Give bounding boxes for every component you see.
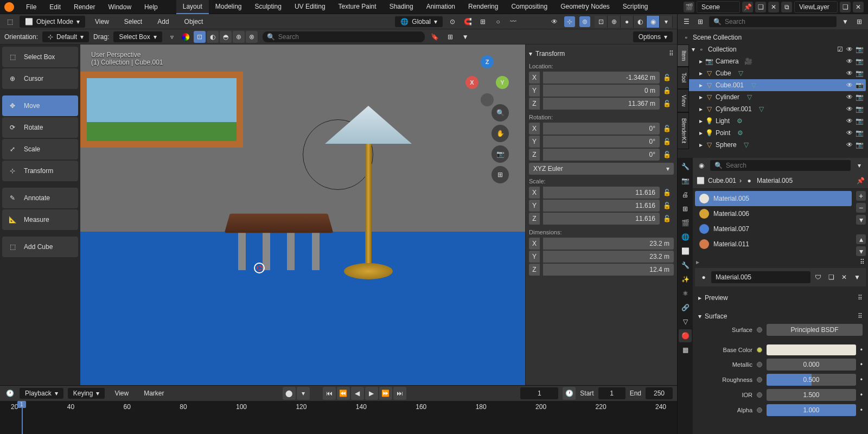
lock-icon[interactable]: 🔓 xyxy=(663,202,674,209)
eye-icon[interactable]: 👁 xyxy=(845,58,854,65)
breadcrumb-obj[interactable]: Cube.001 xyxy=(708,177,736,184)
camera-render-icon[interactable]: 📷 xyxy=(855,58,864,65)
ptab-texture-icon[interactable]: ▦ xyxy=(679,343,692,356)
snap1-icon[interactable]: ⊡ xyxy=(194,31,206,43)
tool-transform[interactable]: ⊹Transform xyxy=(2,161,78,181)
roughness-field[interactable]: 0.500 xyxy=(767,374,856,386)
surface-section[interactable]: ▾Surface⠿ xyxy=(698,310,863,322)
mat-add-icon[interactable]: + xyxy=(856,191,866,201)
ntab-view[interactable]: View xyxy=(677,89,689,113)
ptab-data-icon[interactable]: ▽ xyxy=(679,315,692,328)
filter2-icon[interactable]: ▼ xyxy=(460,31,471,42)
eye-icon[interactable]: 👁 xyxy=(845,93,854,101)
menu-edit[interactable]: Edit xyxy=(44,1,66,13)
end-frame-field[interactable]: 250 xyxy=(646,387,673,399)
scene-new-icon[interactable]: ❏ xyxy=(755,2,766,12)
prop-search[interactable]: 🔍 xyxy=(710,160,851,171)
ntab-item[interactable]: Item xyxy=(677,44,689,67)
ptab-scene-icon[interactable]: 🎬 xyxy=(679,216,692,229)
loc-x-field[interactable]: -1.3462 m xyxy=(543,72,660,84)
header-search[interactable]: 🔍 xyxy=(262,31,425,43)
tool-measure[interactable]: 📐Measure xyxy=(2,209,78,230)
eye-icon[interactable]: 👁 xyxy=(845,46,854,53)
tree-item-cylinder-001[interactable]: ▸▽Cylinder.001▽👁📷 xyxy=(680,103,866,115)
rainbow-icon[interactable] xyxy=(182,33,189,41)
camera-render-icon[interactable]: 📷 xyxy=(855,117,864,125)
tool-select-box[interactable]: ⬚Select Box xyxy=(2,47,78,67)
wireframe-icon[interactable]: ⊕ xyxy=(608,16,621,28)
out-mode-icon[interactable]: ☰ xyxy=(681,16,692,27)
material-slot-3[interactable]: Material.011 xyxy=(695,237,852,252)
prev-key-icon[interactable]: ⏪ xyxy=(337,387,350,400)
vp-menu-object[interactable]: Object xyxy=(179,16,209,28)
checkbox-icon[interactable]: ☑ xyxy=(835,46,844,53)
shade-dropdown-icon[interactable]: ▾ xyxy=(660,16,673,28)
node-socket-icon[interactable] xyxy=(757,347,762,353)
viewport-3d[interactable]: User Perspective (1) Collection | Cube.0… xyxy=(80,44,525,385)
chevron-right-icon[interactable]: ▸ xyxy=(699,141,703,149)
mat-name-input[interactable]: Material.005 xyxy=(711,271,810,283)
xray-icon[interactable]: ⊡ xyxy=(595,16,608,28)
lock-icon[interactable]: 🔓 xyxy=(663,215,674,222)
rendered-icon[interactable]: ◉ xyxy=(647,16,660,28)
eye-icon[interactable]: 👁 xyxy=(845,129,854,137)
filter-icon[interactable]: ▼ xyxy=(840,16,851,27)
outliner-tree[interactable]: ▫ Scene Collection ▾ ▫ Collection ☑👁📷 ▸📷… xyxy=(678,29,868,158)
camera-nav-icon[interactable]: 📷 xyxy=(492,145,509,163)
lock-icon[interactable]: 🔓 xyxy=(663,74,674,81)
nav-gizmo[interactable]: Z X Y xyxy=(465,55,509,99)
camera-render-icon[interactable]: 📷 xyxy=(855,105,864,113)
header-search-input[interactable] xyxy=(278,33,420,41)
ptab-object-icon[interactable]: ⬜ xyxy=(679,245,692,258)
tool-annotate[interactable]: ✎Annotate xyxy=(2,188,78,208)
loc-z-field[interactable]: 11.367 m xyxy=(543,98,660,110)
dot-icon[interactable]: • xyxy=(860,391,863,399)
tool-cursor[interactable]: ⊕Cursor xyxy=(2,68,78,89)
camera-render-icon[interactable]: 📷 xyxy=(855,69,864,77)
grip-icon[interactable]: ⠿ xyxy=(858,312,863,320)
chevron-right-icon[interactable]: ▸ xyxy=(699,81,703,89)
ptab-particle-icon[interactable]: ✨ xyxy=(679,273,692,286)
tree-scene-collection[interactable]: ▫ Scene Collection xyxy=(680,31,866,43)
pivot-icon[interactable]: ⊙ xyxy=(447,16,458,27)
timeline-track[interactable]: 20 40 60 80 100 120 140 160 180 200 220 … xyxy=(0,401,677,434)
tool-scale[interactable]: ⤢Scale xyxy=(2,139,78,159)
timeline-cursor[interactable] xyxy=(22,401,23,434)
eye-icon[interactable]: 👁 xyxy=(845,141,854,149)
options-dropdown[interactable]: Options ▾ xyxy=(633,31,673,42)
node-socket-icon[interactable] xyxy=(757,327,762,333)
overlays-icon[interactable]: ⊚ xyxy=(579,16,590,27)
solid-icon[interactable]: ● xyxy=(621,16,634,28)
scale-z-field[interactable]: 11.616 xyxy=(543,213,660,225)
tool-rotate[interactable]: ⟳Rotate xyxy=(2,117,78,138)
tool-add-cube[interactable]: ⬚Add Cube xyxy=(2,237,78,257)
ws-scripting[interactable]: Scripting xyxy=(616,0,655,14)
viewlayer-delete-icon[interactable]: ✕ xyxy=(853,2,864,12)
tree-item-sphere[interactable]: ▸▽Sphere▽👁📷 xyxy=(680,139,866,151)
new-collection-icon[interactable]: ⊞ xyxy=(854,16,865,27)
orientation-select[interactable]: 🌐 Global ▾ xyxy=(395,16,443,27)
mode-select[interactable]: ⬜ Object Mode ▾ xyxy=(20,16,85,28)
ntab-blenderkit[interactable]: BlenderKit xyxy=(677,112,689,149)
scale-x-field[interactable]: 11.616 xyxy=(543,187,660,199)
mat-nodewrangler-icon[interactable]: ▼ xyxy=(852,272,863,283)
ws-texpaint[interactable]: Texture Paint xyxy=(332,0,383,14)
rot-y-field[interactable]: 0° xyxy=(543,136,660,148)
next-key-icon[interactable]: ⏩ xyxy=(379,387,392,400)
dot-icon[interactable]: • xyxy=(860,406,863,414)
dim-x-field[interactable]: 23.2 m xyxy=(543,238,674,250)
scene-browse-icon[interactable]: 🎬 xyxy=(684,2,694,12)
ptab-modifier-icon[interactable]: 🔧 xyxy=(679,259,692,272)
tree-item-point[interactable]: ▸💡Point⚙👁📷 xyxy=(680,127,866,139)
ptab-material-icon[interactable]: 🔴 xyxy=(679,329,692,342)
ws-sculpting[interactable]: Sculpting xyxy=(248,0,288,14)
autokey-drop-icon[interactable]: ▾ xyxy=(297,387,310,400)
chevron-right-icon[interactable]: ▸ xyxy=(699,58,703,65)
tl-keying[interactable]: Keying ▾ xyxy=(68,388,105,399)
preview-range-icon[interactable]: 🕐 xyxy=(563,387,576,400)
camera-render-icon[interactable]: 📷 xyxy=(855,81,864,89)
loc-y-field[interactable]: 0 m xyxy=(543,85,660,97)
scene-pin-icon[interactable]: 📌 xyxy=(742,2,753,12)
chevron-right-icon[interactable]: ▸ xyxy=(699,117,703,125)
snap-toggle-icon[interactable]: 🧲 xyxy=(462,16,473,27)
